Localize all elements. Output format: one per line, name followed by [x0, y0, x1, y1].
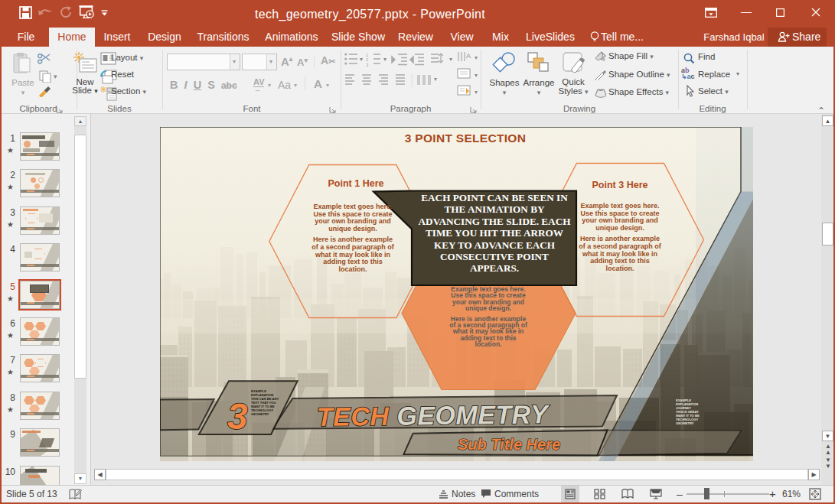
svg-text:3: 3 [227, 396, 248, 437]
svg-text:TECH GEOMETRY: TECH GEOMETRY [317, 399, 551, 431]
svg-text:3: 3 [366, 63, 369, 67]
svg-text:2: 2 [366, 57, 369, 62]
svg-text:Sub Title Here: Sub Title Here [458, 436, 560, 453]
svg-text:A: A [466, 52, 471, 60]
svg-text:1: 1 [366, 53, 369, 57]
